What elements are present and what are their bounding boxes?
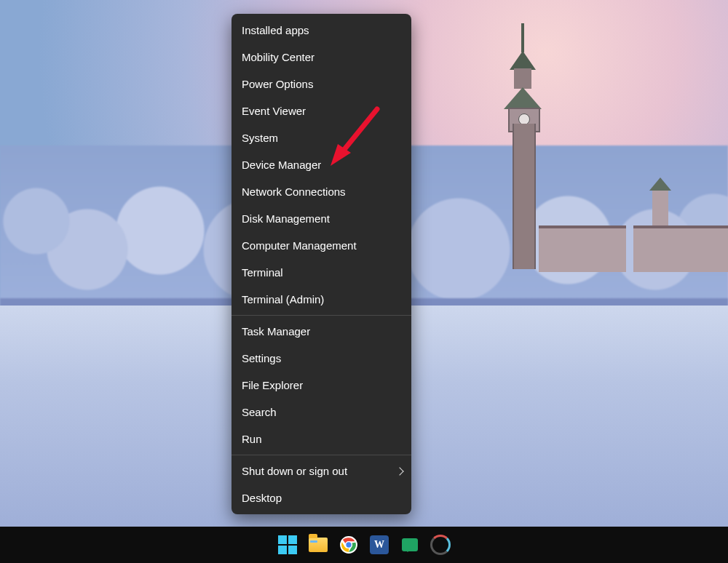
taskbar-chat[interactable] <box>400 535 420 555</box>
taskbar-word[interactable]: W <box>369 535 389 555</box>
menu-item-installed-apps[interactable]: Installed apps <box>232 17 411 44</box>
menu-item-desktop[interactable]: Desktop <box>232 484 411 511</box>
menu-item-network-connections[interactable]: Network Connections <box>232 178 411 205</box>
wallpaper-building <box>539 225 626 272</box>
wallpaper-tower <box>505 36 540 255</box>
word-icon: W <box>370 535 389 554</box>
wallpaper-building <box>699 225 728 272</box>
menu-item-system[interactable]: System <box>232 124 411 151</box>
chrome-icon <box>339 535 358 554</box>
circle-app-icon <box>430 535 451 555</box>
menu-item-label: Shut down or sign out <box>242 465 347 477</box>
menu-item-disk-management[interactable]: Disk Management <box>232 205 411 232</box>
menu-item-device-manager[interactable]: Device Manager <box>232 151 411 178</box>
taskbar-chrome[interactable] <box>339 535 359 555</box>
chevron-right-icon <box>395 467 403 475</box>
windows-logo-icon <box>278 535 297 554</box>
desktop-wallpaper[interactable]: Installed apps Mobility Center Power Opt… <box>0 0 728 527</box>
start-button[interactable] <box>277 535 298 555</box>
winx-context-menu: Installed apps Mobility Center Power Opt… <box>232 14 411 514</box>
menu-item-power-options[interactable]: Power Options <box>232 71 411 97</box>
menu-item-search[interactable]: Search <box>232 399 411 426</box>
menu-item-file-explorer[interactable]: File Explorer <box>232 372 411 399</box>
menu-separator <box>232 455 411 455</box>
menu-item-task-manager[interactable]: Task Manager <box>232 318 411 345</box>
menu-separator <box>232 315 411 316</box>
menu-item-settings[interactable]: Settings <box>232 345 411 372</box>
chat-icon <box>402 538 418 551</box>
menu-item-computer-management[interactable]: Computer Management <box>232 232 411 259</box>
menu-item-run[interactable]: Run <box>232 426 411 452</box>
menu-item-terminal-admin[interactable]: Terminal (Admin) <box>232 286 411 313</box>
menu-item-mobility-center[interactable]: Mobility Center <box>232 44 411 71</box>
taskbar-app[interactable] <box>430 535 451 555</box>
menu-item-shutdown[interactable]: Shut down or sign out <box>232 458 411 484</box>
menu-item-terminal[interactable]: Terminal <box>232 259 411 286</box>
wallpaper-building <box>633 225 699 272</box>
taskbar-file-explorer[interactable] <box>308 535 328 555</box>
taskbar: W <box>0 527 728 563</box>
folder-icon <box>309 538 328 552</box>
menu-item-event-viewer[interactable]: Event Viewer <box>232 97 411 124</box>
